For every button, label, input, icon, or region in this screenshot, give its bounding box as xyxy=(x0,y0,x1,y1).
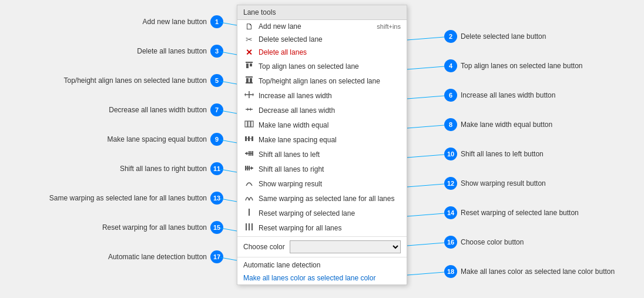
right-label-18: 18Make all lanes color as selected lane … xyxy=(444,265,615,278)
menu-item-auto-detect[interactable]: Automatic lane detection xyxy=(237,259,407,272)
svg-rect-6 xyxy=(246,82,253,83)
same-warp-icon xyxy=(243,193,255,204)
left-label-text-5: Top/height align lanes on selected lane … xyxy=(63,76,207,85)
decrease-width-icon xyxy=(243,105,255,116)
menu-divider-color xyxy=(237,236,407,237)
right-label-14: 14Reset warping of selected lane button xyxy=(444,206,579,219)
right-label-8: 8Make lane width equal button xyxy=(444,118,552,131)
right-label-text-6: Increase all lanes width button xyxy=(461,91,555,99)
svg-rect-15 xyxy=(248,121,250,127)
menu-divider-bottom xyxy=(237,257,407,257)
right-badge-6: 6 xyxy=(444,89,457,102)
svg-rect-1 xyxy=(246,63,249,68)
svg-rect-4 xyxy=(246,78,249,83)
right-badge-8: 8 xyxy=(444,118,457,131)
left-label-text-15: Reset warping for all lanes button xyxy=(102,223,207,232)
color-select[interactable] xyxy=(290,240,401,253)
menu-item-reset-warp-all[interactable]: Reset warping for all lanes xyxy=(237,220,407,235)
svg-marker-13 xyxy=(250,108,251,111)
svg-rect-16 xyxy=(251,121,253,127)
menu-item-show-warping[interactable]: Show warping result xyxy=(237,176,407,191)
right-label-4: 4Top align lanes on selected lane button xyxy=(444,59,583,72)
right-label-2: 2Delete selected lane button xyxy=(444,30,546,43)
increase-width-icon xyxy=(243,90,255,101)
menu-item-top-height-align[interactable]: Top/height align lanes on selected lane xyxy=(237,73,407,88)
right-label-12: 12Show warping result button xyxy=(444,177,546,190)
right-label-16: 16Choose color button xyxy=(444,236,524,249)
menu-item-shift-left[interactable]: Shift all lanes to left xyxy=(237,147,407,162)
left-label-1: Add new lane button1 xyxy=(143,15,223,28)
left-badge-13: 13 xyxy=(210,192,223,205)
menu-item-top-align[interactable]: Top align lanes on selected lane xyxy=(237,59,407,73)
left-badge-5: 5 xyxy=(210,74,223,87)
right-labels-panel: 2Delete selected lane button4Top align l… xyxy=(444,0,644,298)
menu-item-add-new-lane[interactable]: 🗋 Add new lane shift+ins xyxy=(237,20,407,33)
svg-rect-0 xyxy=(246,62,253,63)
color-row[interactable]: Choose color xyxy=(237,238,407,256)
right-badge-16: 16 xyxy=(444,236,457,249)
left-label-text-11: Shift all lanes to right button xyxy=(120,165,207,173)
svg-rect-24 xyxy=(249,151,250,156)
svg-line-47 xyxy=(407,96,444,99)
right-badge-10: 10 xyxy=(444,148,457,160)
reset-warp-selected-icon xyxy=(243,207,255,219)
right-badge-14: 14 xyxy=(444,206,457,219)
svg-rect-17 xyxy=(245,136,247,141)
svg-line-50 xyxy=(407,184,444,187)
svg-line-48 xyxy=(407,125,444,128)
menu-item-delete-selected-lane[interactable]: ✂ Delete selected lane xyxy=(237,33,407,46)
menu-item-make-lane-width-equal[interactable]: Make lane width equal xyxy=(237,118,407,132)
right-label-text-12: Show warping result button xyxy=(461,179,546,187)
shift-right-icon xyxy=(243,163,255,175)
right-badge-18: 18 xyxy=(444,265,457,278)
svg-line-49 xyxy=(407,155,444,158)
svg-rect-19 xyxy=(251,136,253,141)
menu-item-decrease-width[interactable]: Decrease all lanes width xyxy=(237,103,407,118)
top-height-align-icon xyxy=(243,75,255,86)
menu-item-same-warping[interactable]: Same warping as selected lane for all la… xyxy=(237,191,407,206)
shift-left-icon xyxy=(243,149,255,160)
svg-marker-23 xyxy=(245,152,247,155)
left-badge-15: 15 xyxy=(210,221,223,234)
left-label-13: Same warping as selected lane for all la… xyxy=(49,192,223,205)
menu-item-make-lane-spacing-equal[interactable]: Make lane spacing equal xyxy=(237,132,407,147)
delete-all-icon: ✕ xyxy=(243,48,255,57)
menu-item-delete-all-lanes[interactable]: ✕ Delete all lanes xyxy=(237,46,407,59)
svg-rect-3 xyxy=(246,76,253,78)
svg-rect-31 xyxy=(249,166,250,170)
left-label-text-9: Make lane spacing equal button xyxy=(108,135,207,143)
right-label-text-2: Delete selected lane button xyxy=(461,32,546,41)
svg-marker-28 xyxy=(251,166,253,170)
left-badge-3: 3 xyxy=(210,45,223,58)
left-label-text-7: Decrease all lanes width button xyxy=(109,106,207,114)
svg-rect-18 xyxy=(248,136,250,141)
lane-width-equal-icon xyxy=(243,119,255,130)
left-label-text-17: Automatic lane detection button xyxy=(108,253,207,261)
menu-item-shift-right[interactable]: Shift all lanes to right xyxy=(237,162,407,176)
menu-title: Lane tools xyxy=(237,5,407,20)
top-align-icon xyxy=(243,61,255,72)
svg-rect-26 xyxy=(252,151,253,156)
left-label-9: Make lane spacing equal button9 xyxy=(108,133,223,146)
menu-item-reset-warp-selected[interactable]: Reset warping of selected lane xyxy=(237,206,407,220)
show-warp-icon xyxy=(243,178,255,189)
right-label-6: 6Increase all lanes width button xyxy=(444,89,555,102)
left-label-5: Top/height align lanes on selected lane … xyxy=(63,74,223,87)
right-label-text-4: Top align lanes on selected lane button xyxy=(461,62,583,70)
svg-line-51 xyxy=(407,213,444,216)
menu-item-make-all-color[interactable]: Make all lanes color as selected lane co… xyxy=(237,272,407,284)
svg-rect-5 xyxy=(250,78,252,83)
menu-item-increase-width[interactable]: Increase all lanes width xyxy=(237,88,407,103)
right-label-text-10: Shift all lanes to left button xyxy=(461,150,544,158)
right-label-10: 10Shift all lanes to left button xyxy=(444,148,544,160)
left-label-17: Automatic lane detection button17 xyxy=(108,250,223,263)
reset-warp-all-icon xyxy=(243,222,255,233)
svg-marker-12 xyxy=(247,108,249,111)
left-badge-7: 7 xyxy=(210,103,223,116)
right-label-text-18: Make all lanes color as selected lane co… xyxy=(461,267,615,276)
left-label-text-1: Add new lane button xyxy=(143,18,207,26)
right-badge-4: 4 xyxy=(444,59,457,72)
left-badge-11: 11 xyxy=(210,162,223,175)
svg-line-45 xyxy=(407,37,444,40)
svg-rect-30 xyxy=(247,166,248,170)
